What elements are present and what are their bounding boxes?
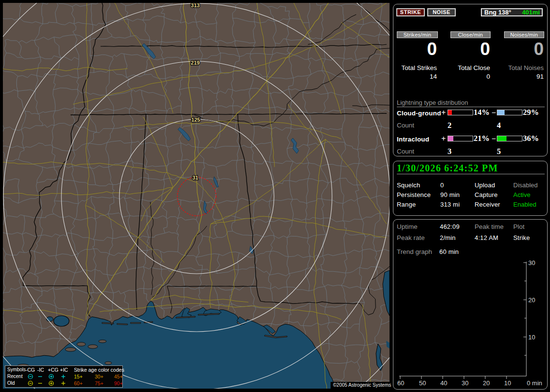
svg-text:31: 31 [192,175,198,181]
svg-text:10: 10 [504,379,511,387]
svg-text:20: 20 [528,296,535,304]
svg-text:50: 50 [419,379,426,387]
svg-text:125: 125 [191,117,200,123]
svg-text:30: 30 [528,259,535,266]
svg-text:219: 219 [191,60,200,66]
svg-text:313: 313 [191,3,200,8]
svg-text:0 min: 0 min [527,379,542,387]
svg-text:20: 20 [483,379,490,387]
svg-text:10: 10 [528,334,535,341]
svg-text:40: 40 [440,379,447,387]
svg-text:60: 60 [397,379,404,387]
svg-text:30: 30 [462,379,468,387]
